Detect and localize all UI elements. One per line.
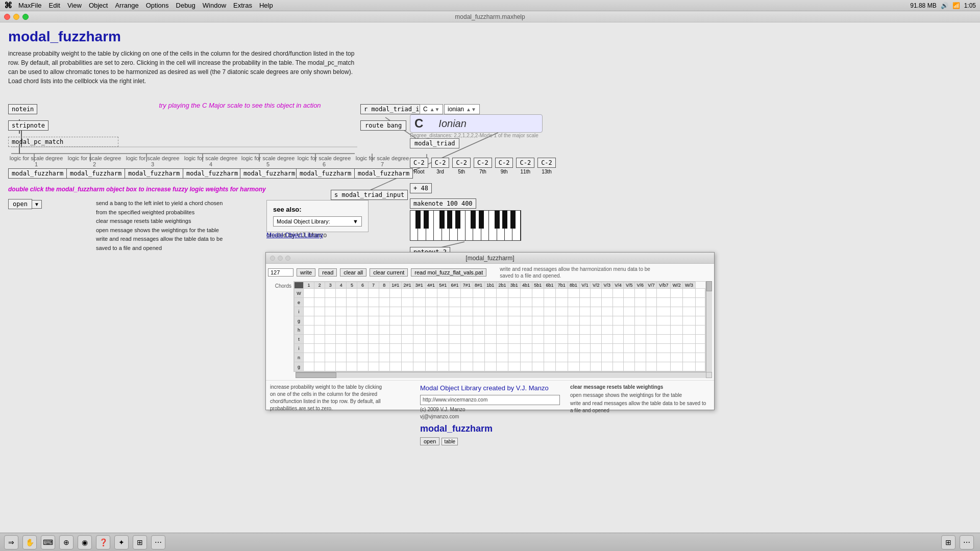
open-button[interactable]: open (8, 199, 32, 209)
chord-cell-r5-c26[interactable] (602, 335, 613, 344)
inner-min-button[interactable] (278, 256, 283, 261)
chord-cell-r7-c13[interactable] (449, 353, 461, 362)
chord-note-9th[interactable]: C-2 (495, 158, 513, 168)
chord-cell-r3-c16[interactable] (484, 316, 496, 325)
chord-cell-r4-c7[interactable] (379, 325, 389, 335)
chord-cell-r4-c23[interactable] (568, 325, 579, 335)
piano-key-e2[interactable] (481, 211, 489, 240)
chord-cell-r0-c33[interactable] (683, 289, 695, 298)
tool-help[interactable]: ❓ (96, 535, 110, 549)
chord-cell-r4-c28[interactable] (624, 325, 635, 335)
chord-cell-r7-c16[interactable] (484, 353, 496, 362)
chord-cell-r8-c5[interactable] (357, 362, 368, 371)
chord-cell-r6-c7[interactable] (379, 344, 389, 353)
chord-cell-r7-c33[interactable] (683, 353, 695, 362)
chord-cell-r1-c34[interactable] (695, 298, 705, 307)
route-bang-object[interactable]: route bang (360, 120, 406, 131)
piano-key-a2[interactable] (505, 211, 512, 240)
chord-cell-r4-c10[interactable] (413, 325, 425, 335)
chord-cell-r0-c4[interactable] (347, 289, 357, 298)
chord-note-5th[interactable]: C-2 (452, 158, 471, 168)
chord-cell-r7-c10[interactable] (413, 353, 425, 362)
chord-cell-r7-c7[interactable] (379, 353, 389, 362)
chord-cell-r3-c6[interactable] (368, 316, 379, 325)
modal-fuzzharm-2[interactable]: modal_fuzzharm (66, 168, 125, 179)
chord-cell-r6-c21[interactable] (544, 344, 556, 353)
chord-cell-r0-c31[interactable] (657, 289, 671, 298)
chord-cell-r8-c29[interactable] (634, 362, 646, 371)
chord-cell-r1-c27[interactable] (612, 298, 624, 307)
chord-cell-r8-c15[interactable] (473, 362, 484, 371)
chord-cell-r1-c19[interactable] (520, 298, 532, 307)
chord-cell-r6-c11[interactable] (425, 344, 437, 353)
chord-cell-r4-c14[interactable] (461, 325, 473, 335)
chord-cell-r7-c34[interactable] (695, 353, 705, 362)
read-mol-button[interactable]: read mol_fuzz_flat_vals.pat (411, 268, 486, 277)
chord-cell-r0-c16[interactable] (484, 289, 496, 298)
chord-cell-r8-c0[interactable] (304, 362, 314, 371)
chord-note-13th[interactable]: C-2 (537, 158, 556, 168)
chord-cell-r1-c2[interactable] (325, 298, 336, 307)
chord-cell-r3-c5[interactable] (357, 316, 368, 325)
write-button[interactable]: write (297, 268, 315, 277)
mode-dropdown[interactable]: ionian ▲▼ (444, 104, 480, 114)
chord-cell-r7-c29[interactable] (634, 353, 646, 362)
chord-cell-r5-c0[interactable] (304, 335, 314, 344)
menu-options[interactable]: Options (146, 2, 169, 9)
chord-cell-r3-c20[interactable] (532, 316, 544, 325)
chord-cell-r6-c25[interactable] (591, 344, 602, 353)
menu-extras[interactable]: Extras (233, 2, 252, 9)
chord-cell-r6-c19[interactable] (520, 344, 532, 353)
piano-key-b2[interactable] (512, 211, 520, 240)
chord-cell-r8-c16[interactable] (484, 362, 496, 371)
chord-cell-r3-c7[interactable] (379, 316, 389, 325)
chord-cell-r0-c29[interactable] (634, 289, 646, 298)
chord-cell-r4-c16[interactable] (484, 325, 496, 335)
chord-cell-r8-c22[interactable] (556, 362, 568, 371)
chord-cell-r2-c31[interactable] (657, 307, 671, 316)
chord-cell-r5-c15[interactable] (473, 335, 484, 344)
mode-arrow[interactable]: ▲▼ (466, 107, 476, 112)
chord-cell-r1-c29[interactable] (634, 298, 646, 307)
chord-cell-r0-c11[interactable] (425, 289, 437, 298)
piano-key-f2[interactable] (489, 211, 497, 240)
tool-right-1[interactable]: ⊞ (941, 535, 955, 549)
chord-cell-r5-c29[interactable] (634, 335, 646, 344)
chord-note-root[interactable]: C-2 (410, 158, 428, 168)
chord-cell-r0-c6[interactable] (368, 289, 379, 298)
chord-cell-r5-c4[interactable] (347, 335, 357, 344)
piano-key-d2[interactable] (473, 211, 481, 240)
chord-cell-r0-c32[interactable] (671, 289, 683, 298)
chord-cell-r8-c33[interactable] (683, 362, 695, 371)
chord-cell-r1-c13[interactable] (449, 298, 461, 307)
chord-cell-r5-c30[interactable] (646, 335, 657, 344)
chord-cell-r2-c12[interactable] (437, 307, 449, 316)
chord-cell-r1-c0[interactable] (304, 298, 314, 307)
chord-cell-r3-c28[interactable] (624, 316, 635, 325)
clear-all-button[interactable]: clear all (340, 268, 366, 277)
chord-cell-r3-c21[interactable] (544, 316, 556, 325)
chord-cell-r6-c34[interactable] (695, 344, 705, 353)
chord-cell-r7-c3[interactable] (336, 353, 347, 362)
chord-cell-r2-c21[interactable] (544, 307, 556, 316)
chord-cell-r2-c33[interactable] (683, 307, 695, 316)
chord-cell-r2-c18[interactable] (508, 307, 520, 316)
footer-table-button[interactable]: table (442, 438, 458, 445)
notein-object[interactable]: notein (8, 104, 37, 114)
chord-cell-r2-c19[interactable] (520, 307, 532, 316)
chord-cell-r2-c7[interactable] (379, 307, 389, 316)
chord-cell-r3-c15[interactable] (473, 316, 484, 325)
chord-cell-r0-c22[interactable] (556, 289, 568, 298)
chord-cell-r4-c33[interactable] (683, 325, 695, 335)
chord-cell-r2-c22[interactable] (556, 307, 568, 316)
piano-key-c2[interactable] (465, 211, 473, 240)
chord-cell-r2-c4[interactable] (347, 307, 357, 316)
chord-cell-r3-c26[interactable] (602, 316, 613, 325)
modal-fuzzharm-1[interactable]: modal_fuzzharm (8, 168, 67, 179)
chord-cell-r7-c12[interactable] (437, 353, 449, 362)
tool-arrow[interactable]: ⇒ (4, 535, 18, 549)
chord-cell-r4-c22[interactable] (556, 325, 568, 335)
chord-cell-r5-c10[interactable] (413, 335, 425, 344)
chord-cell-r5-c23[interactable] (568, 335, 579, 344)
chord-cell-r8-c32[interactable] (671, 362, 683, 371)
